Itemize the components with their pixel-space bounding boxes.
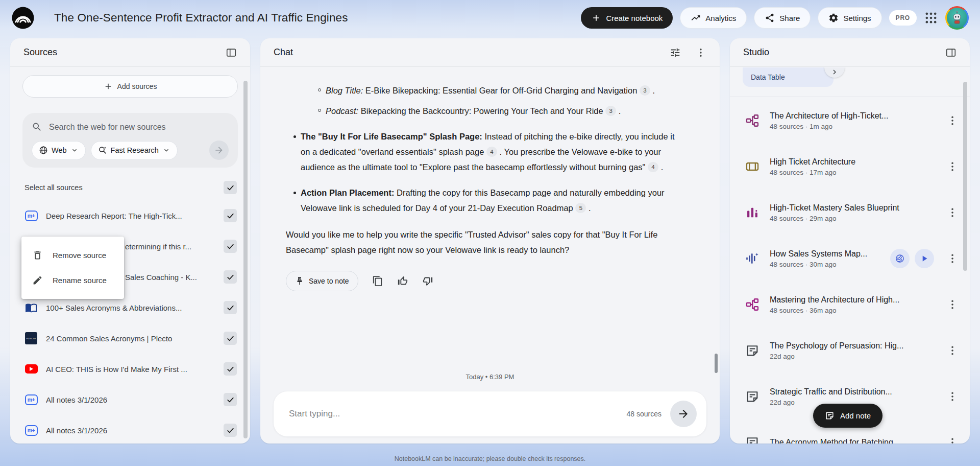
more-options-icon[interactable]	[946, 344, 959, 357]
chat-text: .	[586, 203, 591, 213]
source-checkbox[interactable]	[224, 240, 237, 253]
studio-list-item[interactable]: How Sales Systems Map...48 sources · 30m…	[730, 236, 970, 282]
send-message-button[interactable]	[670, 401, 697, 427]
add-sources-button[interactable]: Add sources	[22, 75, 238, 98]
copy-icon[interactable]	[372, 275, 383, 287]
source-checkbox[interactable]	[224, 209, 237, 222]
trash-icon	[32, 250, 43, 261]
collapse-studio-panel-icon[interactable]	[945, 47, 957, 58]
source-list-item[interactable]: AI CEO: THIS is How I'd Make My First ..…	[10, 354, 250, 384]
chat-settings-tune-icon[interactable]	[670, 47, 681, 58]
more-options-icon[interactable]	[946, 206, 959, 219]
studio-item-meta: 22d ago	[770, 353, 936, 360]
chat-more-menu-icon[interactable]	[695, 47, 706, 58]
search-icon	[32, 122, 42, 132]
more-options-icon[interactable]	[946, 114, 959, 127]
citation-chip[interactable]: 3	[640, 85, 650, 96]
studio-list-item[interactable]: The Psychology of Persuasion: Hig...22d …	[730, 328, 970, 374]
pro-badge: PRO	[889, 10, 917, 26]
web-filter-dropdown[interactable]: Web	[32, 141, 86, 160]
citation-chip[interactable]: 4	[648, 162, 658, 172]
citation-chip[interactable]: 3	[605, 106, 616, 116]
chat-sub-block: Podcast: Bikepacking the Backcountry: Po…	[273, 103, 684, 119]
citation-chip[interactable]: 4	[486, 147, 497, 157]
waveform-icon	[745, 251, 760, 266]
sources-scrollbar[interactable]	[243, 81, 248, 438]
bullet-marker	[318, 88, 321, 91]
chat-input[interactable]	[289, 409, 627, 419]
studio-scrollbar[interactable]	[963, 82, 967, 271]
create-notebook-button[interactable]: Create notebook	[581, 7, 673, 29]
data-table-tool-chip[interactable]: Data Table	[743, 67, 834, 87]
studio-list-item[interactable]: Mastering the Architecture of High...48 …	[730, 282, 970, 328]
studio-item-title: The Acronym Method for Batching...	[770, 438, 936, 444]
source-checkbox[interactable]	[224, 393, 237, 406]
context-menu-label: Remove source	[53, 251, 106, 260]
chat-scrollbar[interactable]	[715, 354, 718, 373]
notebook-title: The One-Sentence Profit Extractor and AI…	[54, 11, 348, 25]
thumbs-down-icon[interactable]	[422, 275, 433, 287]
note-icon	[825, 411, 835, 421]
save-to-note-button[interactable]: Save to note	[286, 271, 358, 291]
source-list-item[interactable]: PLECTO24 Common Sales Acronyms | Plecto	[10, 323, 250, 354]
check-icon	[226, 395, 235, 404]
avatar-robot-image	[947, 8, 967, 28]
studio-tools-strip: Data Table	[730, 67, 970, 97]
source-checkbox[interactable]	[224, 301, 237, 314]
play-audio-button[interactable]	[915, 249, 934, 268]
plus-icon	[591, 13, 601, 23]
check-icon	[226, 365, 235, 374]
source-context-menu: Remove sourceRename source	[21, 237, 124, 299]
source-list-item[interactable]: m+All notes 3/1/2026	[10, 415, 250, 444]
chat-message-area: Blog Title: E-Bike Bikepacking: Essentia…	[260, 67, 720, 444]
source-list-item[interactable]: m+All notes 3/1/2026	[10, 384, 250, 415]
gear-icon	[828, 13, 839, 23]
more-options-icon[interactable]	[946, 252, 959, 265]
add-note-button[interactable]: Add note	[813, 404, 883, 428]
app-header: The One-Sentence Profit Extractor and AI…	[0, 0, 980, 36]
google-apps-grid-icon[interactable]	[924, 11, 938, 25]
fast-research-icon	[98, 146, 107, 155]
more-options-icon[interactable]	[946, 436, 959, 444]
analytics-label: Analytics	[705, 14, 736, 22]
thumbs-up-icon[interactable]	[397, 275, 408, 287]
share-button[interactable]: Share	[754, 7, 811, 29]
source-checkbox[interactable]	[224, 332, 237, 345]
arrow-right-icon	[677, 408, 690, 420]
source-list-item[interactable]: m+Deep Research Report: The High-Tick...	[10, 200, 250, 231]
context-menu-item-remove-source[interactable]: Remove source	[21, 243, 124, 268]
source-checkbox[interactable]	[224, 270, 237, 284]
chat-timestamp: Today • 6:39 PM	[260, 373, 720, 381]
studio-item-title: Strategic Traffic and Distribution...	[770, 387, 936, 397]
settings-button[interactable]: Settings	[818, 7, 881, 29]
web-search-card: Web Fast Research	[22, 113, 238, 168]
studio-list-item[interactable]: High Ticket Architecture48 sources · 17m…	[730, 144, 970, 190]
web-filter-label: Web	[52, 146, 67, 154]
chat-text: .	[616, 106, 621, 115]
chat-text: Would you like me to help you write the …	[286, 230, 657, 254]
analytics-button[interactable]: Analytics	[680, 7, 747, 29]
citation-chip[interactable]: 5	[575, 203, 586, 213]
research-mode-dropdown[interactable]: Fast Research	[91, 141, 178, 160]
notedoc-icon	[745, 343, 760, 358]
studio-list-item[interactable]: High-Ticket Mastery Sales Blueprint48 so…	[730, 190, 970, 236]
arrow-right-icon	[214, 145, 224, 155]
book-favicon	[25, 301, 37, 314]
source-count-label: 48 sources	[627, 410, 662, 418]
globe-icon	[39, 146, 48, 155]
account-avatar[interactable]	[945, 6, 969, 30]
collapse-sources-panel-icon[interactable]	[226, 47, 237, 58]
notebooklm-logo-icon[interactable]	[11, 6, 35, 30]
search-submit-button[interactable]	[209, 141, 229, 160]
context-menu-item-rename-source[interactable]: Rename source	[21, 268, 124, 293]
more-options-icon[interactable]	[946, 298, 959, 311]
studio-list-item[interactable]: The Architecture of High-Ticket...48 sou…	[730, 98, 970, 144]
more-options-icon[interactable]	[946, 160, 959, 173]
source-search-input[interactable]	[49, 123, 229, 132]
source-checkbox[interactable]	[224, 362, 237, 376]
select-all-checkbox[interactable]	[224, 181, 237, 194]
more-options-icon[interactable]	[946, 390, 959, 403]
source-checkbox[interactable]	[224, 424, 237, 437]
studio-item-meta: 48 sources · 30m ago	[770, 261, 880, 268]
interactive-mode-button[interactable]	[890, 249, 910, 268]
